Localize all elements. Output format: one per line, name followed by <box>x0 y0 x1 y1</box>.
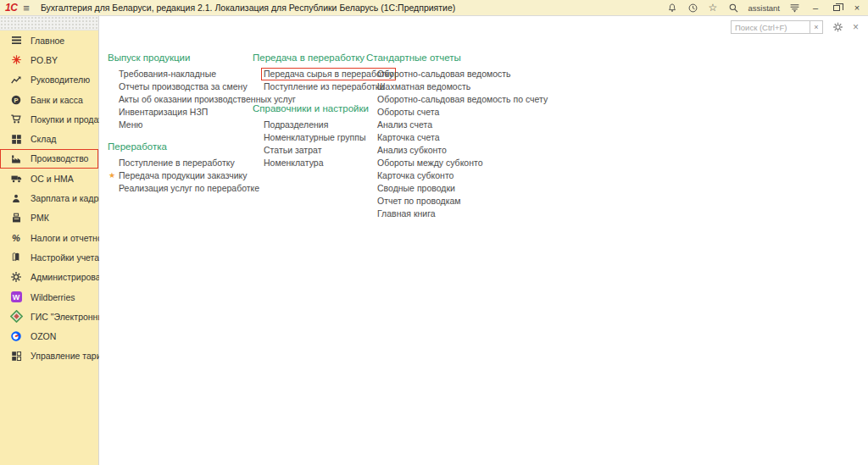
menu-item[interactable]: Поступление из переработки <box>253 80 370 93</box>
menu-item[interactable]: Передача сырья в переработку <box>253 68 370 80</box>
titlebar: 1С ≡ Бухгалтерия для Беларуси, редакция … <box>0 0 868 16</box>
menu-item[interactable]: Подразделения <box>253 119 370 131</box>
menu-item-label: Реализация услуг по переработке <box>119 183 259 193</box>
menu-item[interactable]: Карточка счета <box>366 131 548 144</box>
sidebar-item-label: Главное <box>31 36 64 46</box>
sidebar-item-wildberries[interactable]: WWildberries <box>0 287 98 307</box>
gear-icon <box>9 270 23 284</box>
menu-item[interactable]: Требования-накладные <box>108 68 253 80</box>
search-box: × <box>731 20 823 34</box>
menu-item-label: Инвентаризация НЗП <box>119 107 208 117</box>
search-icon[interactable] <box>728 3 739 14</box>
menu-item[interactable]: Шахматная ведомость <box>366 80 548 93</box>
sidebar-item-accounting-settings[interactable]: Настройки учета <box>0 247 98 267</box>
section-title: Справочники и настройки <box>253 103 370 113</box>
menu-item[interactable]: Главная книга <box>366 208 548 220</box>
bank-icon: Р <box>9 93 23 107</box>
function-panel-toolbar: × × <box>731 20 859 34</box>
sidebar-item-administration[interactable]: Администрирование <box>0 268 98 287</box>
sidebar-top-strip <box>0 16 98 30</box>
assistant-label: assistant <box>748 3 781 13</box>
sidebar-item-os-nma[interactable]: ОС и НМА <box>0 169 98 188</box>
book-icon <box>9 251 23 264</box>
sun-icon <box>9 53 23 67</box>
sidebar-item-tariff[interactable]: Управление тарифом <box>0 346 98 366</box>
menu-item[interactable]: Поступление в переработку <box>108 157 253 169</box>
chart-icon <box>9 73 23 86</box>
tariff-icon <box>9 349 23 363</box>
menu-item-label: Карточка субконто <box>377 170 453 180</box>
menu-item[interactable]: Номенклатура <box>253 157 370 169</box>
sidebar-item-label: Зарплата и кадры <box>31 193 105 203</box>
menu-item[interactable]: Обороты счета <box>366 106 548 119</box>
sidebar-item-taxes[interactable]: %Налоги и отчетность <box>0 228 98 247</box>
menu-item-label: Подразделения <box>264 119 328 130</box>
search-clear-icon[interactable]: × <box>810 21 822 33</box>
percent-icon: % <box>9 231 23 245</box>
menu-item[interactable]: Сводные проводки <box>366 182 548 195</box>
menu-item-label: Номенклатура <box>264 158 323 168</box>
main-body: ГлавноеPO.BYРуководителюРБанк и кассаПок… <box>0 16 868 465</box>
sidebar-item-gis[interactable]: ГИС "Электронный знак" <box>0 307 98 326</box>
menu-section: Стандартные отчетыОборотно-сальдовая вед… <box>366 53 548 220</box>
favorites-icon[interactable]: ☆ <box>708 3 719 14</box>
sidebar-item-label: Покупки и продажи <box>31 114 109 125</box>
menu-item[interactable]: Реализация услуг по переработке <box>108 182 253 195</box>
menu-item[interactable]: ★Передача продукции заказчику <box>108 169 253 182</box>
main-menu-icon[interactable]: ≡ <box>23 3 30 14</box>
sidebar-item-po-by[interactable]: PO.BY <box>0 50 98 69</box>
menu-item[interactable]: Номенклатурные группы <box>253 131 370 144</box>
sidebar-item-manager[interactable]: Руководителю <box>0 70 98 90</box>
menu-item[interactable]: Карточка субконто <box>366 169 548 182</box>
menu-item-label: Требования-накладные <box>119 69 216 79</box>
menu-item-label: Главная книга <box>377 208 436 219</box>
sidebar-item-label: РМК <box>31 213 49 223</box>
grid-icon <box>9 132 23 146</box>
menu-item-label: Карточка счета <box>377 132 440 142</box>
minimize-icon[interactable]: – <box>810 3 821 13</box>
menu-item-label: Анализ счета <box>377 119 432 130</box>
menu-item[interactable]: Отчеты производства за смену <box>108 80 253 93</box>
menu-item[interactable]: Оборотно-сальдовая ведомость по счету <box>366 93 548 106</box>
menu-item-label: Статьи затрат <box>264 145 321 155</box>
settings-gear-icon[interactable] <box>832 22 843 33</box>
menu-item[interactable]: Обороты между субконто <box>366 157 548 169</box>
menu-item-label: Шахматная ведомость <box>377 81 470 91</box>
search-input[interactable] <box>732 21 810 33</box>
sections-sidebar: ГлавноеPO.BYРуководителюРБанк и кассаПок… <box>0 16 99 465</box>
menu-section: Передача в переработкуПередача сырья в п… <box>253 53 370 93</box>
sidebar-item-label: Wildberries <box>31 292 75 302</box>
sidebar-item-purchases-sales[interactable]: Покупки и продажи <box>0 109 98 129</box>
sidebar-item-ozon[interactable]: OZON <box>0 326 98 346</box>
section-title: Стандартные отчеты <box>366 53 548 63</box>
menu-item[interactable]: Меню <box>108 119 253 131</box>
sidebar-item-salary-staff[interactable]: Зарплата и кадры <box>0 188 98 208</box>
menu-item[interactable]: Оборотно-сальдовая ведомость <box>366 68 548 80</box>
window-title: Бухгалтерия для Беларуси, редакция 2.1. … <box>41 3 455 13</box>
svg-text:Р: Р <box>14 96 19 103</box>
menu-item[interactable]: Анализ субконто <box>366 144 548 157</box>
menu-section: Выпуск продукцииТребования-накладныеОтче… <box>108 53 253 131</box>
menu-lines-icon <box>9 34 23 47</box>
sidebar-item-warehouse[interactable]: Склад <box>0 129 98 148</box>
panel-close-icon[interactable]: × <box>853 22 859 32</box>
notifications-icon[interactable] <box>667 3 678 14</box>
menu-item[interactable]: Статьи затрат <box>253 144 370 157</box>
sidebar-item-home[interactable]: Главное <box>0 30 98 50</box>
sidebar-item-bank-cash[interactable]: РБанк и касса <box>0 90 98 109</box>
menu-item[interactable]: Акты об оказании производственных услуг <box>108 93 253 106</box>
menu-item-label: Поступление в переработку <box>119 158 235 168</box>
menu-column-2: Передача в переработкуПередача сырья в п… <box>253 53 370 169</box>
menu-item[interactable]: Анализ счета <box>366 119 548 131</box>
ozon-icon <box>9 329 23 343</box>
sidebar-item-rmk[interactable]: РМК <box>0 208 98 228</box>
menu-item-label: Анализ субконто <box>377 145 447 155</box>
menu-item[interactable]: Инвентаризация НЗП <box>108 106 253 119</box>
service-menu-icon[interactable] <box>789 3 800 14</box>
close-icon[interactable]: × <box>851 3 863 13</box>
sidebar-item-production[interactable]: Производство <box>0 149 98 169</box>
menu-column-1: Выпуск продукцииТребования-накладныеОтче… <box>108 53 253 195</box>
restore-icon[interactable] <box>831 3 842 14</box>
history-icon[interactable] <box>687 3 698 14</box>
menu-item[interactable]: Отчет по проводкам <box>366 195 548 208</box>
